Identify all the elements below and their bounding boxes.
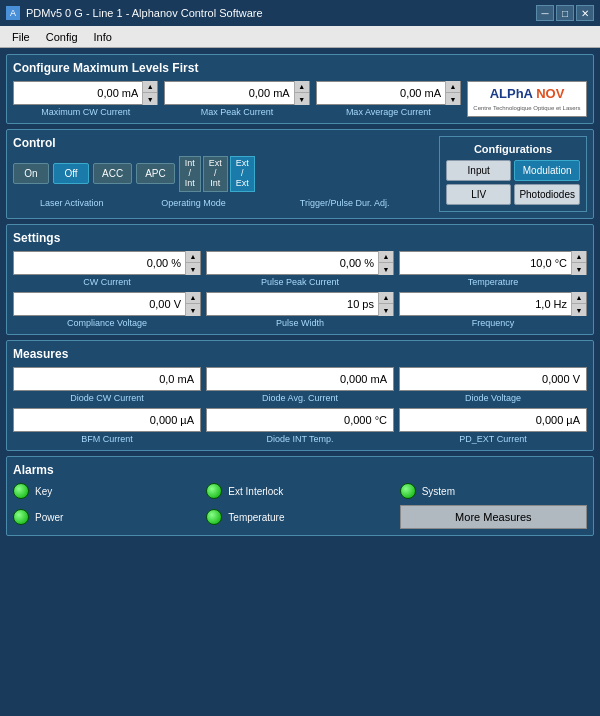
max-peak-up[interactable]: ▲ [295, 81, 309, 93]
setting-pulse-peak: ▲ ▼ Pulse Peak Current [206, 251, 394, 287]
menu-file[interactable]: File [4, 29, 38, 45]
frequency-down[interactable]: ▼ [572, 304, 586, 316]
max-cw-spinners[interactable]: ▲ ▼ [142, 81, 157, 105]
alarm-power-led [13, 509, 29, 525]
trigger-ext-ext[interactable]: Ext / Ext [230, 156, 255, 192]
laser-acc-button[interactable]: ACC [93, 163, 132, 184]
diode-cw-display: 0,0 mA [13, 367, 201, 391]
more-measures-button[interactable]: More Measures [400, 505, 587, 529]
laser-on-button[interactable]: On [13, 163, 49, 184]
frequency-spinners[interactable]: ▲ ▼ [571, 292, 586, 316]
alarm-key-label: Key [35, 486, 52, 497]
max-peak-input-wrap[interactable]: ▲ ▼ [164, 81, 309, 105]
configure-row: ▲ ▼ Maximum CW Current ▲ ▼ Max Peak Curr… [13, 81, 587, 117]
max-cw-input-wrap[interactable]: ▲ ▼ [13, 81, 158, 105]
window-title: PDMv5 0 G - Line 1 - Alphanov Control So… [26, 7, 263, 19]
menu-info[interactable]: Info [86, 29, 120, 45]
max-avg-down[interactable]: ▼ [446, 93, 460, 105]
compliance-up[interactable]: ▲ [186, 292, 200, 304]
logo-text: ALPhA NOV [473, 87, 580, 101]
laser-off-button[interactable]: Off [53, 163, 89, 184]
alarms-title: Alarms [13, 463, 587, 477]
configure-field-avg: ▲ ▼ Max Average Current [316, 81, 461, 117]
trigger-ext-int[interactable]: Ext / Int [203, 156, 228, 192]
pd-ext-display: 0,000 µA [399, 408, 587, 432]
main-area: Configure Maximum Levels First ▲ ▼ Maxim… [0, 48, 600, 716]
pulse-width-down[interactable]: ▼ [379, 304, 393, 316]
operating-mode-label: Operating Mode [161, 198, 226, 208]
compliance-wrap[interactable]: ▲ ▼ [13, 292, 201, 316]
control-label-row: Laser Activation Operating Mode Trigger/… [13, 196, 433, 208]
cw-current-wrap[interactable]: ▲ ▼ [13, 251, 201, 275]
diode-voltage-display: 0,000 V [399, 367, 587, 391]
compliance-input[interactable] [14, 298, 185, 310]
config-liv-button[interactable]: LIV [446, 184, 511, 205]
diode-int-temp-display: 0,000 °C [206, 408, 394, 432]
pulse-width-wrap[interactable]: ▲ ▼ [206, 292, 394, 316]
max-avg-input[interactable] [317, 87, 445, 99]
title-bar: A PDMv5 0 G - Line 1 - Alphanov Control … [0, 0, 600, 26]
setting-temperature: ▲ ▼ Temperature [399, 251, 587, 287]
bfm-label: BFM Current [13, 434, 201, 444]
temperature-wrap[interactable]: ▲ ▼ [399, 251, 587, 275]
cw-current-spinners[interactable]: ▲ ▼ [185, 251, 200, 275]
config-input-button[interactable]: Input [446, 160, 511, 181]
cw-current-down[interactable]: ▼ [186, 263, 200, 275]
alarms-panel: Alarms Key Ext Interlock System Power [6, 456, 594, 536]
temperature-up[interactable]: ▲ [572, 251, 586, 263]
frequency-up[interactable]: ▲ [572, 292, 586, 304]
pulse-width-input[interactable] [207, 298, 378, 310]
max-peak-spinners[interactable]: ▲ ▼ [294, 81, 309, 105]
alarm-ext-interlock-led [206, 483, 222, 499]
frequency-input[interactable] [400, 298, 571, 310]
pulse-width-up[interactable]: ▲ [379, 292, 393, 304]
max-cw-input[interactable] [14, 87, 142, 99]
max-avg-input-wrap[interactable]: ▲ ▼ [316, 81, 461, 105]
laser-apc-button[interactable]: APC [136, 163, 175, 184]
cw-current-up[interactable]: ▲ [186, 251, 200, 263]
minimize-button[interactable]: ─ [536, 5, 554, 21]
diode-int-temp-label: Diode INT Temp. [206, 434, 394, 444]
operating-mode-label-cell: Operating Mode [135, 196, 253, 208]
alarm-temperature-label: Temperature [228, 512, 284, 523]
maximize-button[interactable]: □ [556, 5, 574, 21]
settings-panel: Settings ▲ ▼ CW Current ▲ ▼ [6, 224, 594, 335]
temperature-down[interactable]: ▼ [572, 263, 586, 275]
max-avg-spinners[interactable]: ▲ ▼ [445, 81, 460, 105]
config-photodiodes-button[interactable]: Photodiodes [514, 184, 580, 205]
trigger-int-int[interactable]: Int / Int [179, 156, 201, 192]
max-cw-down[interactable]: ▼ [143, 93, 157, 105]
frequency-wrap[interactable]: ▲ ▼ [399, 292, 587, 316]
max-peak-down[interactable]: ▼ [295, 93, 309, 105]
menu-config[interactable]: Config [38, 29, 86, 45]
trigger-group: Int / Int Ext / Int Ext / Ext [179, 156, 255, 192]
configure-title: Configure Maximum Levels First [13, 61, 587, 75]
measure-diode-voltage: 0,000 V Diode Voltage [399, 367, 587, 403]
bfm-display: 0,000 µA [13, 408, 201, 432]
max-peak-input[interactable] [165, 87, 293, 99]
max-avg-up[interactable]: ▲ [446, 81, 460, 93]
window-controls[interactable]: ─ □ ✕ [536, 5, 594, 21]
measure-pd-ext: 0,000 µA PD_EXT Current [399, 408, 587, 444]
trigger-label-cell: Trigger/Pulse Dur. Adj. [256, 196, 433, 208]
pulse-peak-spinners[interactable]: ▲ ▼ [378, 251, 393, 275]
menu-bar: File Config Info [0, 26, 600, 48]
pulse-peak-input[interactable] [207, 257, 378, 269]
cw-current-input[interactable] [14, 257, 185, 269]
close-button[interactable]: ✕ [576, 5, 594, 21]
pulse-peak-wrap[interactable]: ▲ ▼ [206, 251, 394, 275]
measures-title: Measures [13, 347, 587, 361]
measures-grid: 0,0 mA Diode CW Current 0,000 mA Diode A… [13, 367, 587, 444]
temperature-input[interactable] [400, 257, 571, 269]
logo-area: ALPhA NOV Centre Technologique Optique e… [467, 81, 587, 117]
compliance-down[interactable]: ▼ [186, 304, 200, 316]
pulse-peak-down[interactable]: ▼ [379, 263, 393, 275]
compliance-spinners[interactable]: ▲ ▼ [185, 292, 200, 316]
control-panel: Control On Off ACC APC Int / Int Ext / I… [6, 129, 594, 219]
pulse-width-spinners[interactable]: ▲ ▼ [378, 292, 393, 316]
temperature-spinners[interactable]: ▲ ▼ [571, 251, 586, 275]
max-cw-up[interactable]: ▲ [143, 81, 157, 93]
pulse-peak-up[interactable]: ▲ [379, 251, 393, 263]
config-modulation-button[interactable]: Modulation [514, 160, 580, 181]
control-left: Control On Off ACC APC Int / Int Ext / I… [13, 136, 433, 212]
